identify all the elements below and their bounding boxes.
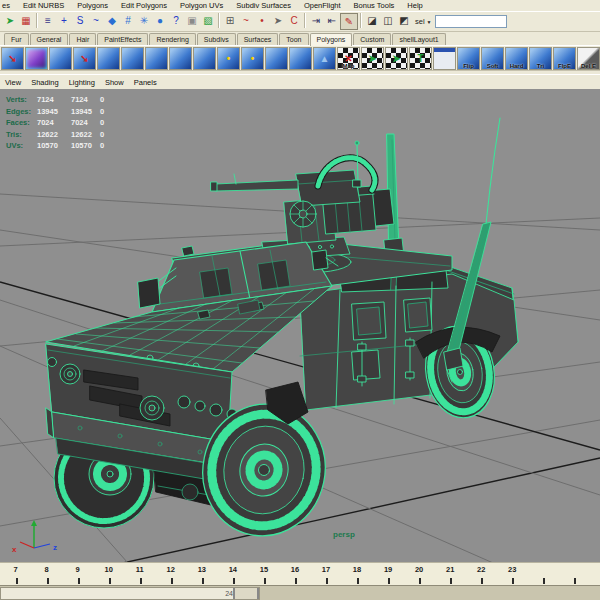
shelf-button[interactable]: •	[217, 47, 240, 70]
menu-item[interactable]: Polygons	[77, 1, 108, 10]
shelf-button[interactable]	[289, 47, 312, 70]
time-slider-frame[interactable]: 7	[0, 563, 31, 585]
time-slider-frame[interactable]: 14	[217, 563, 248, 585]
status-icon[interactable]: #	[120, 13, 136, 28]
shelf-button[interactable]: ➘	[73, 47, 96, 70]
time-slider-frame[interactable]: 21	[435, 563, 466, 585]
shelf-tab[interactable]: Surfaces	[237, 33, 279, 45]
shelf-tab[interactable]: Toon	[279, 33, 308, 45]
status-icon[interactable]: ≡	[40, 13, 56, 28]
shelf-tab[interactable]: Hair	[69, 33, 96, 45]
shelf-button[interactable]: Hard	[505, 47, 528, 70]
shelf-button[interactable]: ✕ Map	[337, 47, 360, 70]
status-icon[interactable]: ⇤	[324, 13, 340, 28]
shelf-button[interactable]	[433, 47, 456, 70]
status-icon[interactable]: ◩	[396, 13, 412, 28]
status-icon[interactable]: ~	[238, 13, 254, 28]
panel-menu-item[interactable]: Lighting	[69, 78, 95, 87]
shelf-button[interactable]: Tri	[529, 47, 552, 70]
shelf-button[interactable]	[97, 47, 120, 70]
shelf-button[interactable]	[265, 47, 288, 70]
shelf-button[interactable]	[25, 47, 48, 70]
status-icon[interactable]: ~	[88, 13, 104, 28]
time-slider-frame[interactable]: 15	[248, 563, 279, 585]
shelf-button[interactable]: ➘	[1, 47, 24, 70]
status-icon[interactable]: ✳	[136, 13, 152, 28]
range-slider-bar[interactable]: 24	[0, 587, 260, 600]
shelf-tab[interactable]: Fur	[4, 33, 29, 45]
status-icon[interactable]: •	[254, 13, 270, 28]
menu-item[interactable]: OpenFlight	[304, 1, 341, 10]
time-slider-frame[interactable]	[559, 563, 590, 585]
range-slider-handle[interactable]	[233, 588, 259, 599]
shelf-tab[interactable]: Custom	[353, 33, 391, 45]
time-slider-frame[interactable]: 19	[373, 563, 404, 585]
time-slider-frame[interactable]: 17	[310, 563, 341, 585]
panel-menu-item[interactable]: Shading	[31, 78, 59, 87]
shelf-button[interactable]	[145, 47, 168, 70]
time-slider-frame[interactable]: 16	[279, 563, 310, 585]
time-slider-frame[interactable]: 12	[155, 563, 186, 585]
shelf-button[interactable]: Soft	[481, 47, 504, 70]
time-slider-frame[interactable]: 11	[124, 563, 155, 585]
status-icon[interactable]: ?	[168, 13, 184, 28]
shelf-button[interactable]: ➤	[385, 47, 408, 70]
range-slider[interactable]: 24	[0, 585, 600, 600]
shelf-button[interactable]: T	[409, 47, 432, 70]
panel-menu-item[interactable]: Show	[105, 78, 124, 87]
time-slider-frame[interactable]: 10	[93, 563, 124, 585]
shelf-button[interactable]	[49, 47, 72, 70]
time-slider-frame[interactable]: 8	[31, 563, 62, 585]
shelf-button[interactable]: FlpE	[553, 47, 576, 70]
status-icon[interactable]: ⇥	[308, 13, 324, 28]
quick-select-input[interactable]	[435, 15, 507, 28]
time-slider-frame[interactable]: 23	[497, 563, 528, 585]
shelf-button[interactable]: ▲	[313, 47, 336, 70]
perspective-viewport[interactable]: Verts: 7124 7124 0 Edges: 13945 13945 0 …	[0, 90, 600, 562]
shelf-tab[interactable]: PaintEffects	[97, 33, 148, 45]
shelf-button[interactable]: •	[241, 47, 264, 70]
shelf-button[interactable]: ➤	[361, 47, 384, 70]
selection-mask-dropdown[interactable]: sel ▼	[415, 17, 432, 26]
panel-menu-item[interactable]: View	[5, 78, 21, 87]
time-slider-frame[interactable]: 22	[466, 563, 497, 585]
status-icon[interactable]: ●	[152, 13, 168, 28]
menu-item[interactable]: Edit NURBS	[23, 1, 64, 10]
status-icon[interactable]: ◪	[364, 13, 380, 28]
time-slider-frame[interactable]: 13	[186, 563, 217, 585]
shelf-tab[interactable]: Subdivs	[197, 33, 236, 45]
time-slider-frame[interactable]: 20	[404, 563, 435, 585]
menu-item[interactable]: es	[2, 1, 10, 10]
status-icon[interactable]: ▧	[200, 13, 216, 28]
status-icon[interactable]: ◫	[380, 13, 396, 28]
status-icon[interactable]: ⊞	[222, 13, 238, 28]
status-icon[interactable]: ➤	[270, 13, 286, 28]
status-icon[interactable]: ✎	[340, 13, 358, 30]
menu-item[interactable]: Bonus Tools	[354, 1, 395, 10]
shelf-button[interactable]	[121, 47, 144, 70]
status-icon[interactable]: ▦	[18, 13, 34, 28]
shelf-tab[interactable]: Polygons	[310, 33, 353, 46]
status-icon[interactable]: S	[72, 13, 88, 28]
shelf-tab[interactable]: General	[30, 33, 69, 45]
menu-item[interactable]: Help	[407, 1, 422, 10]
shelf-button[interactable]: Flip	[457, 47, 480, 70]
shelf-button[interactable]	[169, 47, 192, 70]
status-icon[interactable]: ➤	[2, 13, 18, 28]
menu-item[interactable]: Polygon UVs	[180, 1, 223, 10]
panel-menu-item[interactable]: Panels	[134, 78, 157, 87]
humvee-wireframe-model[interactable]	[46, 118, 518, 547]
shelf-button[interactable]	[193, 47, 216, 70]
menu-item[interactable]: Edit Polygons	[121, 1, 167, 10]
time-slider-frame[interactable]: 9	[62, 563, 93, 585]
status-icon[interactable]: ◆	[104, 13, 120, 28]
status-icon[interactable]: C	[286, 13, 302, 28]
time-slider-frame[interactable]	[528, 563, 559, 585]
status-icon[interactable]: +	[56, 13, 72, 28]
status-icon[interactable]: ▣	[184, 13, 200, 28]
time-slider-frame[interactable]: 18	[342, 563, 373, 585]
shelf-tab[interactable]: shellLayout1	[392, 33, 445, 45]
menu-item[interactable]: Subdiv Surfaces	[236, 1, 291, 10]
shelf-button[interactable]: Del E	[577, 47, 600, 70]
shelf-tab[interactable]: Rendering	[149, 33, 195, 45]
